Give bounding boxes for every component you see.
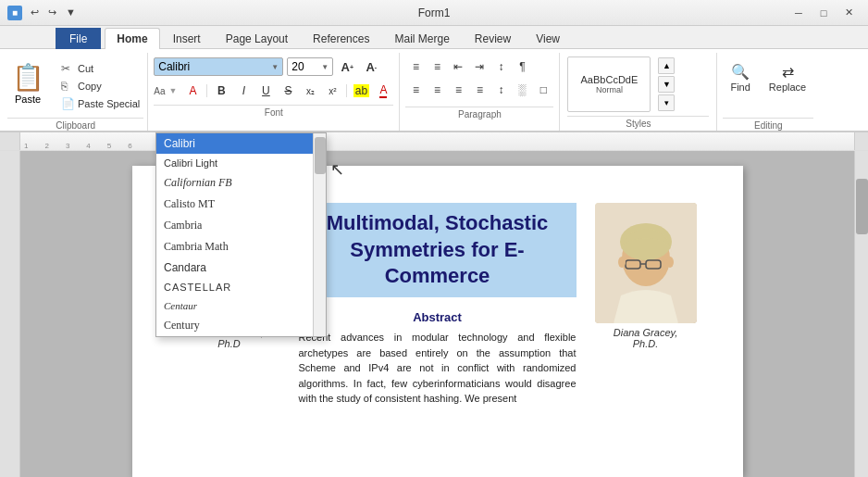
tab-page-layout[interactable]: Page Layout	[214, 28, 300, 49]
font-row-1: Calibri ▼ 20 ▼ A+ A-	[154, 56, 393, 77]
find-label: Find	[730, 82, 750, 93]
font-size-dropdown[interactable]: 20 ▼	[287, 57, 333, 76]
quick-access-dropdown[interactable]: ▼	[63, 6, 79, 19]
font-item-centaur[interactable]: Centaur	[156, 296, 313, 315]
content-area: Elliot Gnatcher, Ph.D Multimodal, Stocha…	[0, 151, 868, 477]
bullets-button[interactable]: ≡	[405, 56, 426, 77]
style-scroll-up[interactable]: ▲	[658, 57, 675, 74]
binoculars-icon: 🔍	[731, 63, 750, 81]
minimize-button[interactable]: ─	[787, 4, 811, 22]
strikethrough-button[interactable]: S	[278, 81, 298, 101]
grow-font-button[interactable]: A+	[337, 56, 357, 77]
font-item-calibri-light[interactable]: Calibri Light	[156, 154, 313, 172]
align-left-button[interactable]: ≡	[405, 80, 426, 100]
align-center-button[interactable]: ≡	[427, 80, 447, 100]
bold-button[interactable]: B	[211, 81, 231, 101]
superscript-button[interactable]: x²	[322, 81, 342, 101]
tab-view[interactable]: View	[524, 28, 572, 49]
style-scroll-down[interactable]: ▼	[658, 76, 675, 93]
shading-button[interactable]: ░	[512, 80, 532, 100]
show-marks-button[interactable]: ¶	[512, 56, 532, 77]
tab-references[interactable]: References	[301, 28, 381, 49]
styles-group-label: Styles	[567, 116, 709, 129]
line-spacing-button[interactable]: ↕	[490, 80, 511, 100]
ruler-mark: 4	[86, 142, 90, 150]
underline-button[interactable]: U	[255, 81, 276, 101]
vertical-scrollbar[interactable]	[854, 151, 868, 477]
decrease-indent-button[interactable]: ⇤	[448, 56, 468, 77]
ruler-side-left	[0, 132, 20, 150]
clipboard-group-label: Clipboard	[7, 118, 143, 131]
document-title-area: Multimodal, StochasticSymmetries for E-C…	[299, 203, 577, 407]
undo-button[interactable]: ↩	[28, 6, 42, 19]
editing-group: 🔍 Find ⇄ Replace Editing	[717, 53, 819, 131]
shrink-font-button[interactable]: A-	[361, 56, 381, 77]
font-group: Calibri ▼ 20 ▼ A+ A- Aa ▼ A B I U S x₂ x…	[148, 53, 400, 131]
tab-home[interactable]: Home	[105, 28, 159, 49]
document-scroll-area[interactable]: Elliot Gnatcher, Ph.D Multimodal, Stocha…	[20, 151, 854, 477]
ribbon-tabs: File Home Insert Page Layout References …	[0, 26, 868, 49]
font-item-calisto-mt[interactable]: Calisto MT	[156, 194, 313, 215]
style-sample-text: AaBbCcDdE	[581, 74, 639, 85]
tab-insert[interactable]: Insert	[161, 28, 213, 49]
font-item-cambria-math[interactable]: Cambria Math	[156, 236, 313, 257]
copy-button[interactable]: ⎘ Copy	[57, 78, 143, 94]
tab-review[interactable]: Review	[463, 28, 523, 49]
ribbon-toolbar: 📋 Paste ✂ Cut ⎘ Copy 📄 Paste Special Cli…	[0, 49, 868, 132]
paste-button[interactable]: 📋 Paste	[7, 56, 48, 108]
font-group-label: Font	[154, 105, 393, 118]
title-bar-left: ↩ ↪ ▼	[7, 6, 79, 20]
close-button[interactable]: ✕	[837, 4, 861, 22]
font-name-dropdown[interactable]: Calibri ▼	[154, 57, 283, 76]
paragraph-group: ≡ ≡ ⇤ ⇥ ↕ ¶ ≡ ≡ ≡ ≡ ↕ ░ □ Paragraph	[400, 53, 560, 131]
style-expand[interactable]: ▾	[658, 94, 675, 111]
font-row-2: Aa ▼ A B I U S x₂ x² ab A	[154, 81, 393, 101]
font-list-scrollbar-thumb	[315, 137, 326, 174]
font-color-button[interactable]: A	[373, 81, 393, 101]
cut-button[interactable]: ✂ Cut	[57, 60, 143, 77]
paste-special-button[interactable]: 📄 Paste Special	[57, 95, 143, 112]
scissors-icon: ✂	[61, 62, 74, 75]
author-photo-right	[595, 203, 697, 323]
italic-button[interactable]: I	[233, 81, 254, 101]
replace-button[interactable]: ⇄ Replace	[762, 60, 813, 95]
ruler-mark: 1	[24, 142, 28, 150]
tab-mail-merge[interactable]: Mail Merge	[382, 28, 461, 49]
font-list-scrollbar[interactable]	[313, 133, 326, 336]
ruler-mark: 6	[128, 142, 131, 150]
maximize-button[interactable]: □	[812, 4, 836, 22]
ruler-scrollbar	[854, 132, 868, 150]
font-item-cambria[interactable]: Cambria	[156, 215, 313, 236]
font-item-californian-fb[interactable]: Californian FB	[156, 172, 313, 194]
font-item-castellar[interactable]: CASTELLAR	[156, 278, 313, 296]
highlight-button[interactable]: ab	[351, 81, 371, 101]
svg-point-17	[666, 257, 674, 268]
clear-format-button[interactable]: A	[182, 81, 203, 101]
numbering-button[interactable]: ≡	[427, 56, 447, 77]
sort-button[interactable]: ↕	[490, 56, 511, 77]
copy-label: Copy	[78, 81, 102, 92]
normal-style-button[interactable]: AaBbCcDdE Normal	[567, 56, 651, 112]
replace-icon: ⇄	[782, 63, 794, 81]
find-button[interactable]: 🔍 Find	[723, 60, 757, 95]
aa-icon[interactable]: Aa	[154, 86, 165, 96]
redo-button[interactable]: ↪	[45, 6, 59, 19]
increase-indent-button[interactable]: ⇥	[469, 56, 490, 77]
window-title: Form1	[418, 6, 451, 19]
cut-label: Cut	[78, 63, 93, 74]
font-dropdown-list: Calibri Calibri Light Californian FB Cal…	[155, 132, 327, 337]
font-item-candara[interactable]: Candara	[156, 257, 313, 278]
font-item-calibri[interactable]: Calibri	[156, 133, 313, 154]
copy-icon: ⎘	[61, 80, 74, 93]
justify-button[interactable]: ≡	[469, 80, 490, 100]
font-color-icon: A	[379, 83, 387, 98]
ruler-mark: 5	[107, 142, 111, 150]
align-right-button[interactable]: ≡	[448, 80, 468, 100]
highlight-icon: ab	[353, 84, 369, 97]
tab-file[interactable]: File	[56, 28, 101, 49]
subscript-button[interactable]: x₂	[300, 81, 320, 101]
borders-button[interactable]: □	[533, 80, 553, 100]
document-abstract: Abstract Recent advances in modular tech…	[299, 308, 577, 407]
quick-access-toolbar: ↩ ↪ ▼	[28, 6, 79, 19]
font-item-century[interactable]: Century	[156, 315, 313, 336]
